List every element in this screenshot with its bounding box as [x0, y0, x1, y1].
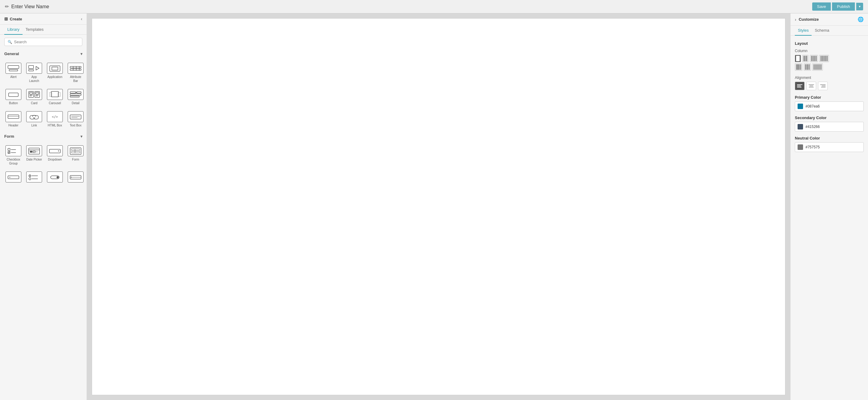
date-picker-label: Date Picker — [26, 158, 42, 162]
dropdown-label: Dropdown — [48, 158, 62, 162]
svg-rect-5 — [52, 67, 58, 70]
svg-rect-24 — [70, 94, 81, 95]
component-header[interactable]: Header — [4, 109, 23, 129]
svg-point-51 — [30, 175, 30, 176]
align-right-icon — [820, 85, 826, 88]
html-box-icon: </> — [47, 111, 63, 122]
card-label: Card — [31, 101, 37, 105]
col-option-4[interactable] — [819, 55, 829, 62]
checkbox-group-label: Checkbox Group — [5, 158, 21, 165]
component-toggle[interactable] — [46, 170, 64, 186]
component-alert[interactable]: Alert — [4, 61, 23, 85]
neutral-color-field[interactable]: #757575 — [795, 142, 864, 152]
component-app-launch[interactable]: App Launch — [25, 61, 43, 85]
form-icon — [68, 145, 84, 156]
search-icon: 🔍 — [8, 40, 12, 44]
tab-styles[interactable]: Styles — [795, 26, 812, 36]
component-card[interactable]: Card — [25, 87, 43, 107]
component-form[interactable]: Form — [66, 143, 85, 167]
svg-rect-28 — [8, 115, 19, 119]
canvas-area — [87, 13, 790, 400]
component-date-picker[interactable]: MM/YY Date Picker — [25, 143, 43, 167]
form-section-label: Form — [4, 134, 14, 139]
top-bar-right: Save Publish ▾ — [812, 2, 863, 11]
secondary-color-swatch — [798, 124, 803, 130]
secondary-color-field[interactable]: #415266 — [795, 122, 864, 132]
col-option-wide-left[interactable] — [795, 63, 802, 71]
right-panel-nav: › Customize — [795, 17, 818, 22]
primary-color-label: Primary Color — [795, 95, 864, 100]
search-input[interactable] — [14, 40, 79, 44]
svg-rect-13 — [30, 92, 33, 94]
form-section-header[interactable]: Form ▾ — [0, 132, 87, 141]
svg-rect-2 — [29, 66, 34, 69]
align-right-option[interactable] — [818, 81, 828, 90]
component-attribute-bar[interactable]: Attribute Bar — [66, 61, 85, 85]
tab-library[interactable]: Library — [4, 25, 23, 35]
component-carousel[interactable]: Carousel — [46, 87, 64, 107]
edit-icon: ✏ — [5, 4, 9, 9]
align-center-option[interactable] — [806, 81, 816, 90]
application-icon — [47, 63, 63, 74]
input-2-icon — [68, 171, 84, 182]
primary-color-field[interactable]: #087ea6 — [795, 101, 864, 111]
canvas[interactable] — [92, 18, 785, 395]
col-option-1[interactable] — [795, 55, 801, 62]
header-icon — [5, 111, 21, 122]
library-tabs: Library Templates — [0, 25, 87, 35]
align-left-option[interactable] — [795, 81, 805, 90]
col-option-2[interactable] — [802, 55, 809, 62]
svg-rect-46 — [71, 152, 80, 153]
globe-icon[interactable]: 🌐 — [858, 16, 864, 22]
component-detail[interactable]: Detail — [66, 87, 85, 107]
component-input-1[interactable] — [4, 170, 23, 186]
publish-button[interactable]: Publish — [832, 2, 855, 11]
primary-color-section: Primary Color #087ea6 — [795, 95, 864, 111]
general-section-header[interactable]: General ▾ — [0, 49, 87, 59]
neutral-color-label: Neutral Color — [795, 136, 864, 140]
alignment-options — [795, 81, 864, 90]
component-text-box[interactable]: Text Box — [66, 109, 85, 129]
right-content: Layout Column — [790, 36, 868, 161]
svg-rect-1 — [9, 69, 18, 71]
alignment-section: Alignment — [795, 75, 864, 90]
toggle-icon — [47, 171, 63, 182]
top-bar-left: ✏ Enter View Name — [5, 4, 49, 9]
attribute-bar-label: Attribute Bar — [68, 75, 84, 83]
tab-templates[interactable]: Templates — [23, 25, 46, 35]
detail-icon — [68, 89, 84, 100]
svg-rect-21 — [50, 92, 52, 97]
component-radio-group[interactable] — [25, 170, 43, 186]
col-option-split[interactable] — [804, 63, 811, 71]
column-label: Column — [795, 49, 864, 53]
column-options-2 — [795, 63, 864, 71]
component-input-2[interactable] — [66, 170, 85, 186]
form-components-grid: Checkbox Group MM/YY Date Picker — [0, 141, 87, 188]
component-link[interactable]: Link — [25, 109, 43, 129]
save-button[interactable]: Save — [812, 2, 831, 11]
col-option-many[interactable] — [812, 63, 823, 71]
text-box-label: Text Box — [70, 123, 82, 127]
component-button[interactable]: Button — [4, 87, 23, 107]
component-checkbox-group[interactable]: Checkbox Group — [4, 143, 23, 167]
nav-arrow-button[interactable]: › — [795, 17, 796, 22]
top-bar: ✏ Enter View Name Save Publish ▾ — [0, 0, 868, 13]
component-html-box[interactable]: </> HTML Box — [46, 109, 64, 129]
checkbox-group-icon — [5, 145, 21, 156]
neutral-color-section: Neutral Color #757575 — [795, 136, 864, 152]
col-option-3[interactable] — [810, 55, 818, 62]
view-name-title: Enter View Name — [11, 4, 49, 9]
alignment-label: Alignment — [795, 75, 864, 80]
svg-rect-11 — [8, 93, 18, 97]
publish-dropdown-button[interactable]: ▾ — [856, 3, 863, 10]
svg-text:</>: </> — [52, 115, 58, 119]
component-application[interactable]: Application — [46, 61, 64, 85]
align-center-icon — [809, 85, 814, 88]
right-panel-header: › Customize 🌐 — [790, 13, 868, 26]
component-dropdown[interactable]: Dropdown — [46, 143, 64, 167]
button-label: Button — [9, 101, 18, 105]
text-box-icon — [68, 111, 84, 122]
collapse-button[interactable]: ‹ — [81, 16, 82, 21]
svg-rect-31 — [70, 115, 81, 119]
tab-schema[interactable]: Schema — [812, 26, 832, 36]
